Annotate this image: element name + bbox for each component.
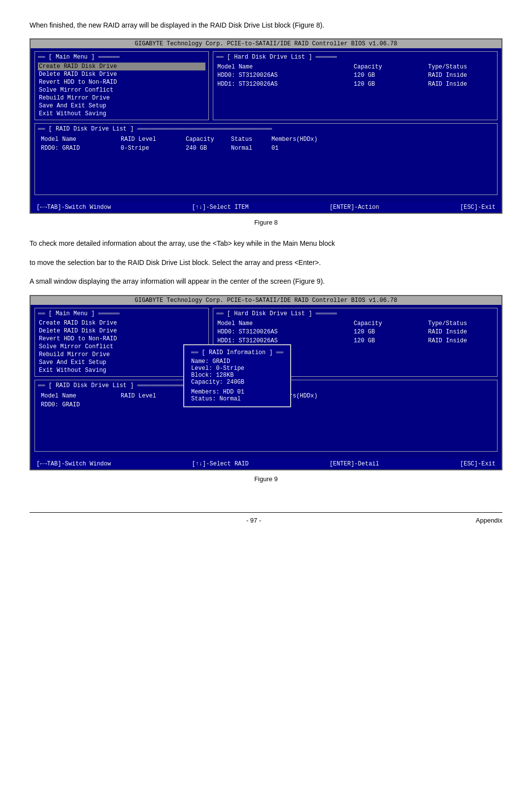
bios-screen-figure8: GIGABYTE Technology Corp. PCIE-to-SATAII… (30, 38, 502, 214)
page-number: - 97 - (246, 517, 261, 524)
hdd-row-1: HDD1: ST3120026AS 120 GB RAID Inside (217, 80, 493, 88)
hdd-list-panel-fig8: ══ [ Hard Disk Drive List ] ══════ Model… (213, 51, 498, 120)
hdd-row-f9-0: HDD0: ST3120026AS 120 GB RAID Inside (217, 328, 493, 336)
menu-item-2[interactable]: Revert HDD to Non-RAID (38, 78, 205, 86)
hdd-row-f9-1: HDD1: ST3120026AS 120 GB RAID Inside (217, 337, 493, 345)
main-menu-panel-fig8: ══ [ Main Menu ] ══════ Create RAID Disk… (34, 51, 209, 120)
raid-list-section-fig8: ══ [ RAID Disk Drive List ] ════════════… (34, 123, 498, 195)
footer-enter-fig9: [ENTER]-Detail (330, 461, 379, 467)
raid-info-members: Members: HDD 01 (191, 389, 283, 395)
footer-select-fig9: [↑↓]-Select RAID (192, 461, 248, 467)
menu-item-5[interactable]: Save And Exit Setup (38, 102, 205, 110)
para-text-2: to move the selection bar to the RAID Di… (30, 257, 502, 268)
para-text-1: To check more detailed information about… (30, 238, 502, 249)
menu-item-f9-1[interactable]: Delete RAID Disk Drive (38, 327, 205, 335)
raid-info-capacity: Capacity: 240GB (191, 379, 283, 386)
raid-col-level-f9: RAID Level (119, 392, 183, 400)
menu-item-f9-4[interactable]: Rebuild Mirror Drive (38, 351, 205, 359)
hdd-col-model: Model Name (217, 64, 313, 70)
intro-text: When finished, the new RAID array will b… (30, 20, 502, 31)
para-text-3: A small window displaying the array info… (30, 276, 502, 287)
hdd-col-capacity: Capacity (314, 64, 422, 70)
raid-col-members: Members(HDDx) (269, 135, 493, 143)
menu-item-1[interactable]: Delete RAID Disk Drive (38, 70, 205, 78)
raid-list-title-fig8: ══ [ RAID Disk Drive List ] ════════════… (38, 126, 494, 132)
menu-item-6[interactable]: Exit Without Saving (38, 110, 205, 118)
menu-item-0[interactable]: Create RAID Disk Drive (38, 63, 205, 70)
hdd-col-status: Type/Status (423, 64, 493, 70)
bios-footer-fig9: [←→TAB]-Switch Window [↑↓]-Select RAID [… (31, 459, 501, 469)
footer-esc-fig9: [ESC]-Exit (460, 461, 496, 467)
raid-info-status: Status: Normal (191, 395, 283, 402)
bios-footer-fig8: [←→TAB]-Switch Window [↑↓]-Select ITEM [… (31, 202, 501, 213)
raid-col-model-f9: Model Name (39, 392, 118, 400)
hdd-list-title-fig9: ══ [ Hard Disk Drive List ] ══════ (216, 310, 494, 317)
menu-item-f9-5[interactable]: Save And Exit Setup (38, 359, 205, 366)
footer-select-fig8: [↑↓]-Select ITEM (192, 204, 248, 211)
raid-col-level: RAID Level (119, 135, 183, 143)
footer-switch-fig9: [←→TAB]-Switch Window (36, 461, 111, 467)
menu-item-f9-3[interactable]: Solve Mirror Conflict (38, 343, 205, 351)
footer-switch-fig8: [←→TAB]-Switch Window (36, 204, 111, 211)
raid-row-0: RDD0: GRAID 0-Stripe 240 GB Normal 01 (39, 144, 493, 152)
hdd-list-title-fig8: ══ [ Hard Disk Drive List ] ══════ (216, 54, 494, 61)
bios-title-fig9: GIGABYTE Technology Corp. PCIE-to-SATAII… (31, 296, 501, 305)
hdd-table-fig8: Model Name Capacity Type/Status HDD0: ST… (216, 63, 494, 89)
footer-esc-fig8: [ESC]-Exit (460, 204, 496, 211)
hdd-list-panel-fig9: ══ [ Hard Disk Drive List ] ══════ Model… (213, 308, 498, 377)
figure9-label: Figure 9 (30, 475, 502, 483)
raid-col-capacity: Capacity (184, 135, 228, 143)
hdd-row-0: HDD0: ST3120026AS 120 GB RAID Inside (217, 71, 493, 79)
raid-info-popup: ══ [ RAID Information ] ══ Name: GRAID L… (183, 344, 291, 407)
hdd-col-model-f9: Model Name (217, 320, 313, 327)
raid-col-members-f9: Members(HDDx) (269, 392, 493, 400)
raid-info-popup-title: ══ [ RAID Information ] ══ (191, 349, 283, 356)
section-label: Appendix (476, 517, 502, 524)
figure8-label: Figure 8 (30, 219, 502, 226)
menu-item-3[interactable]: Solve Mirror Conflict (38, 86, 205, 94)
main-menu-title-fig9: ══ [ Main Menu ] ══════ (38, 310, 205, 317)
footer-enter-fig8: [ENTER]-Action (330, 204, 379, 211)
hdd-table-fig9: Model Name Capacity Type/Status HDD0: ST… (216, 319, 494, 346)
raid-info-level: Level: 0-Stripe (191, 365, 283, 372)
bios-title-fig8: GIGABYTE Technology Corp. PCIE-to-SATAII… (31, 39, 501, 48)
raid-info-name: Name: GRAID (191, 358, 283, 365)
raid-info-block: Block: 128KB (191, 372, 283, 379)
raid-col-status: Status (229, 135, 268, 143)
bios-screen-figure9: GIGABYTE Technology Corp. PCIE-to-SATAII… (30, 295, 502, 470)
hdd-col-status-f9: Type/Status (423, 320, 493, 327)
menu-item-4[interactable]: Rebuild Mirror Drive (38, 94, 205, 102)
menu-item-f9-6[interactable]: Exit Without Saving (38, 366, 205, 374)
hdd-col-capacity-f9: Capacity (314, 320, 422, 327)
menu-item-f9-0[interactable]: Create RAID Disk Drive (38, 319, 205, 327)
raid-table-fig8: Model Name RAID Level Capacity Status Me… (38, 134, 494, 153)
main-menu-title-fig8: ══ [ Main Menu ] ══════ (38, 54, 205, 61)
menu-item-f9-2[interactable]: Revert HDD to Non-RAID (38, 335, 205, 343)
raid-col-model: Model Name (39, 135, 118, 143)
